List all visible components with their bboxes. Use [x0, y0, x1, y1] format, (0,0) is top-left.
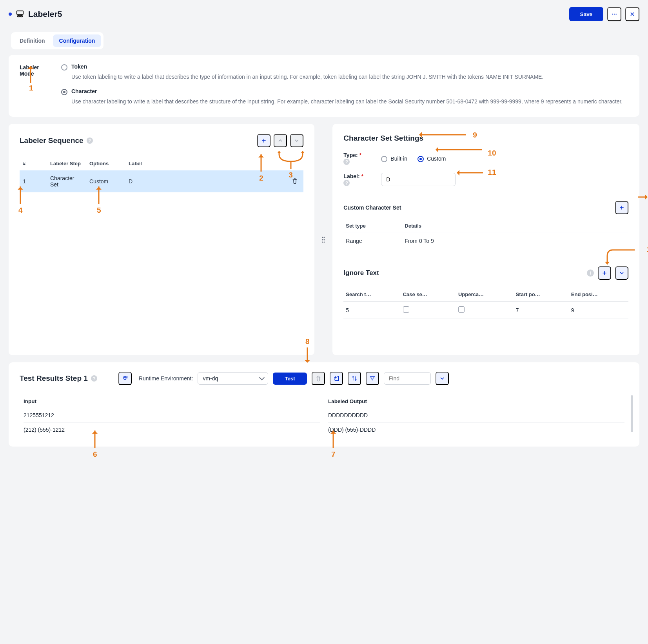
ignore-row-end: 9: [569, 302, 628, 319]
add-step-button[interactable]: [257, 134, 270, 147]
plus-icon: [619, 204, 625, 211]
import-button[interactable]: [330, 372, 343, 385]
page-title: Labeler5: [28, 9, 62, 19]
test-results-title: Test Results Step 1: [20, 374, 88, 383]
help-icon[interactable]: ?: [87, 137, 93, 144]
move-up-button[interactable]: [274, 134, 287, 147]
radio-custom-label: Custom: [427, 156, 446, 162]
save-button[interactable]: Save: [569, 7, 603, 21]
ignore-row-start: 7: [514, 302, 569, 319]
sequence-title: Labeler Sequence: [20, 136, 83, 145]
ignore-col-end: End posi…: [569, 288, 628, 302]
delete-step-button[interactable]: [289, 177, 300, 186]
chevron-down-icon: [619, 270, 625, 276]
expand-ignore-button[interactable]: [615, 266, 628, 280]
results-scrollbar[interactable]: [631, 395, 633, 432]
refresh-icon: [122, 375, 128, 382]
radio-character[interactable]: [61, 89, 67, 95]
radio-token-label: Token: [71, 63, 87, 70]
collapse-results-button[interactable]: [436, 372, 449, 385]
sequence-col-num: #: [20, 157, 47, 170]
type-label: Type: * ?: [343, 152, 367, 165]
panel-splitter[interactable]: [321, 124, 325, 355]
charset-col-type: Set type: [343, 219, 402, 233]
test-row-input: (212) (555)-1212: [24, 423, 320, 437]
runtime-label: Runtime Environment:: [139, 375, 193, 382]
tab-definition[interactable]: Definition: [13, 34, 51, 47]
filter-button[interactable]: [366, 372, 379, 385]
character-set-settings-panel: Character Set Settings 9 Type: * ? Built…: [332, 124, 639, 355]
ignore-row-case-checkbox[interactable]: [403, 306, 409, 313]
page-header: Labeler5 Save: [9, 7, 639, 21]
svg-point-4: [612, 14, 613, 15]
chevron-down-icon: [294, 137, 300, 144]
svg-point-5: [614, 14, 615, 15]
svg-point-3: [21, 16, 23, 17]
tab-configuration[interactable]: Configuration: [53, 34, 102, 47]
ignore-row[interactable]: 5 7 9: [343, 302, 628, 319]
ignore-row-upper-checkbox[interactable]: [458, 306, 465, 313]
sort-button[interactable]: [348, 372, 361, 385]
add-charset-button[interactable]: [615, 201, 628, 214]
label-label: Label: * ?: [343, 173, 367, 186]
ignore-text-table: Search t… Case se… Upperca… Start po… En…: [343, 288, 628, 319]
token-description: Use token labeling to write a label that…: [71, 73, 628, 81]
radio-character-label: Character: [71, 88, 97, 94]
svg-point-9: [322, 239, 323, 240]
help-icon[interactable]: ?: [91, 375, 97, 382]
svg-point-8: [324, 237, 325, 238]
label-input[interactable]: [381, 173, 456, 186]
svg-point-2: [19, 16, 21, 17]
runtime-select[interactable]: vm-dq: [198, 372, 268, 385]
svg-point-1: [18, 16, 19, 17]
sequence-row[interactable]: 1 Character Set Custom D: [20, 170, 303, 192]
help-icon[interactable]: ?: [343, 180, 350, 186]
svg-rect-0: [17, 11, 24, 14]
test-button[interactable]: Test: [273, 373, 307, 385]
charset-col-details: Details: [402, 219, 628, 233]
sequence-row-step: Character Set: [47, 170, 86, 192]
more-actions-button[interactable]: [607, 7, 621, 21]
info-icon[interactable]: i: [587, 270, 594, 277]
svg-point-6: [615, 14, 617, 15]
custom-set-title: Custom Character Set: [343, 204, 611, 211]
refresh-button[interactable]: [118, 372, 132, 385]
test-row-output: (DDD) (555)-DDDD: [328, 423, 624, 437]
radio-builtin-label: Built-in: [390, 156, 407, 162]
chevron-up-icon: [277, 137, 283, 144]
sort-icon: [351, 375, 358, 382]
ignore-text-title: Ignore Text: [343, 269, 583, 277]
find-input[interactable]: [384, 372, 431, 385]
settings-title: Character Set Settings: [343, 134, 423, 143]
close-button[interactable]: [625, 7, 639, 21]
move-down-button[interactable]: [290, 134, 303, 147]
unsaved-indicator: [9, 13, 12, 16]
delete-results-button[interactable]: [312, 372, 325, 385]
add-ignore-button[interactable]: [598, 266, 611, 280]
radio-token[interactable]: [61, 64, 67, 71]
radio-custom[interactable]: Custom: [417, 155, 446, 162]
test-row-output: DDDDDDDDDD: [328, 408, 624, 423]
trash-icon: [315, 375, 321, 382]
sequence-row-num: 1: [20, 170, 47, 192]
charset-row-details: From 0 To 9: [402, 233, 628, 249]
radio-builtin[interactable]: Built-in: [381, 155, 407, 162]
tabbar: Definition Configuration: [11, 32, 103, 49]
sequence-table: # Labeler Step Options Label 1 Character…: [20, 157, 303, 192]
ignore-col-case: Case se…: [401, 288, 456, 302]
svg-point-11: [322, 241, 323, 242]
sequence-row-options: Custom: [86, 170, 125, 192]
character-description: Use character labeling to write a label …: [71, 98, 628, 106]
import-icon: [333, 375, 339, 382]
sequence-col-options: Options: [86, 157, 125, 170]
svg-point-7: [322, 237, 323, 238]
ignore-col-search: Search t…: [343, 288, 400, 302]
svg-point-10: [324, 239, 325, 240]
trash-icon: [292, 178, 298, 184]
ignore-row-search: 5: [343, 302, 400, 319]
test-results-panel: Test Results Step 1 ? Runtime Environmen…: [9, 362, 639, 447]
charset-row[interactable]: Range From 0 To 9: [343, 233, 628, 249]
ignore-col-start: Start po…: [514, 288, 569, 302]
labeler-icon: [16, 10, 24, 18]
help-icon[interactable]: ?: [343, 159, 350, 165]
